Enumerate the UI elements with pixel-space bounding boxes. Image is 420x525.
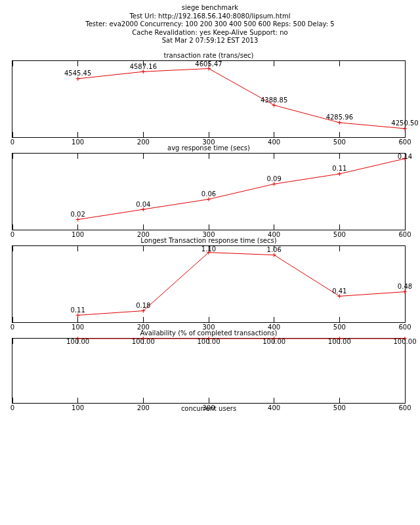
data-label: 100.00 bbox=[328, 338, 351, 345]
data-label: 0.18 bbox=[136, 302, 150, 309]
x-tick-label: 100 bbox=[72, 404, 84, 411]
data-label: 0.14 bbox=[398, 153, 412, 160]
data-label: 4545.45 bbox=[64, 70, 91, 77]
header-line-date: Sat Mar 2 07:59:12 EST 2013 bbox=[0, 37, 420, 45]
figure-header: siege benchmark Test Url: http://192.168… bbox=[0, 4, 420, 45]
svg-line-20 bbox=[274, 173, 340, 183]
x-tick-label: 200 bbox=[137, 404, 150, 411]
data-label: 4250.50 bbox=[391, 119, 418, 127]
data-label: 0.11 bbox=[71, 306, 85, 314]
plot-area: 01002003004005006000.020.040.060.090.110… bbox=[12, 153, 406, 230]
svg-line-17 bbox=[78, 209, 144, 219]
title: siege benchmark bbox=[0, 4, 420, 12]
svg-line-19 bbox=[209, 184, 274, 199]
data-label: 4605.47 bbox=[195, 60, 222, 68]
svg-line-36 bbox=[209, 252, 274, 255]
chart-title: transaction rate (trans/sec) bbox=[12, 52, 406, 59]
plot-area: 0100200300400500600100.00100.00100.00100… bbox=[12, 338, 406, 404]
x-tick-label: 500 bbox=[333, 404, 346, 411]
svg-line-18 bbox=[143, 199, 209, 209]
data-label: 0.09 bbox=[267, 175, 282, 182]
x-tick-label: 300 bbox=[202, 404, 215, 411]
data-label: 0.06 bbox=[201, 190, 216, 198]
x-tick-label: 0 bbox=[10, 404, 14, 411]
data-label: 1.10 bbox=[201, 245, 216, 253]
data-label: 0.02 bbox=[71, 211, 85, 218]
data-series bbox=[12, 339, 405, 403]
data-label: 100.00 bbox=[198, 338, 220, 345]
data-label: 100.00 bbox=[66, 338, 89, 345]
svg-line-37 bbox=[274, 255, 340, 296]
data-label: 0.48 bbox=[398, 283, 412, 290]
chart-title: avg response time (secs) bbox=[12, 144, 406, 152]
data-label: 0.04 bbox=[136, 201, 150, 208]
data-label: 100.00 bbox=[132, 338, 155, 345]
data-label: 100.00 bbox=[262, 338, 285, 345]
data-label: 100.00 bbox=[394, 338, 417, 345]
plot-area: 01002003004005006000.110.181.101.060.410… bbox=[12, 245, 406, 323]
header-line-cache: Cache Revalidation: yes Keep-Alive Suppo… bbox=[0, 29, 420, 37]
svg-line-34 bbox=[78, 310, 144, 315]
chart-availability: Availability (% of completed transaction… bbox=[12, 329, 406, 412]
x-tick-label: 600 bbox=[398, 404, 411, 411]
chart-transaction-rate: transaction rate (trans/sec) 01002003004… bbox=[12, 52, 406, 138]
svg-line-35 bbox=[143, 252, 209, 310]
svg-line-21 bbox=[339, 158, 405, 173]
plot-area: 01002003004005006004545.454587.164605.47… bbox=[12, 60, 406, 138]
data-label: 4587.16 bbox=[130, 63, 157, 70]
svg-line-38 bbox=[339, 291, 405, 296]
chart-title: Availability (% of completed transaction… bbox=[12, 329, 406, 337]
data-label: 0.41 bbox=[332, 287, 346, 295]
header-line-params: Tester: eva2000 Concurrency: 100 200 300… bbox=[0, 20, 420, 29]
chart-title: Longest Transaction response time (secs) bbox=[12, 237, 406, 244]
data-label: 4388.85 bbox=[261, 96, 287, 104]
chart-longest-transaction: Longest Transaction response time (secs)… bbox=[12, 237, 406, 323]
header-line-url: Test Url: http://192.168.56.140:8080/lip… bbox=[0, 12, 420, 21]
data-label: 4285.96 bbox=[326, 114, 353, 121]
data-label: 1.06 bbox=[267, 246, 282, 253]
data-label: 0.11 bbox=[332, 165, 346, 172]
x-tick-label: 400 bbox=[268, 404, 280, 411]
chart-avg-response: avg response time (secs) 010020030040050… bbox=[12, 144, 406, 230]
